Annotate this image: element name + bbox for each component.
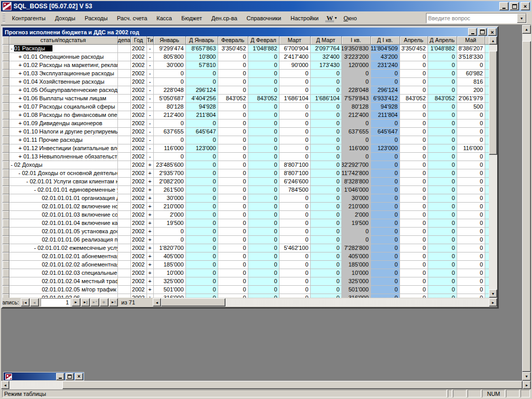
value-cell[interactable]: 212'400 — [341, 111, 370, 119]
value-cell[interactable]: 3'350'452 — [400, 45, 428, 53]
value-cell[interactable]: 19'350'830 — [341, 45, 370, 53]
value-cell[interactable]: 10'000 — [153, 269, 185, 277]
value-cell[interactable]: 94'928 — [185, 103, 218, 111]
value-cell[interactable]: 0 — [400, 53, 428, 61]
value-cell[interactable]: 0 — [457, 286, 485, 294]
value-cell[interactable]: 0 — [185, 153, 218, 161]
menu-item-5[interactable]: Бюджет — [177, 14, 207, 23]
value-cell[interactable]: 0 — [457, 178, 485, 186]
value-cell[interactable]: 0 — [248, 78, 279, 86]
value-cell[interactable]: 0 — [185, 161, 218, 169]
value-cell[interactable]: 0 — [400, 269, 428, 277]
value-cell[interactable]: 0 — [370, 261, 400, 269]
dept-cell[interactable] — [117, 211, 130, 219]
year-cell[interactable]: 2002 — [130, 244, 147, 252]
value-cell[interactable]: 0 — [185, 236, 218, 244]
article-cell[interactable]: + 01.09 Дивиденды акционеров — [9, 119, 117, 128]
column-header-2[interactable]: Год — [130, 36, 147, 45]
value-cell[interactable]: 80'128 — [153, 103, 185, 111]
value-cell[interactable]: 0 — [400, 236, 428, 244]
value-cell[interactable]: 0 — [400, 128, 428, 136]
row-selector[interactable] — [3, 277, 9, 286]
value-cell[interactable]: 0 — [218, 111, 248, 119]
value-cell[interactable]: 0 — [185, 286, 218, 294]
value-cell[interactable]: 0 — [218, 194, 248, 203]
dept-cell[interactable] — [117, 236, 130, 244]
row-selector[interactable] — [3, 45, 9, 53]
value-cell[interactable]: 0 — [370, 194, 400, 203]
value-cell[interactable]: 11'742'800 — [341, 169, 370, 178]
value-cell[interactable]: 0 — [185, 169, 218, 178]
minimized-restore-button[interactable] — [65, 373, 74, 380]
value-cell[interactable]: 0 — [370, 70, 400, 78]
goto-record-button[interactable]: ►! — [109, 298, 118, 307]
value-cell[interactable]: 0 — [185, 178, 218, 186]
article-cell[interactable]: 02.01.01.02.01 абонементная плат — [9, 252, 117, 261]
column-header-9[interactable]: Д Март — [310, 36, 341, 45]
value-cell[interactable]: 0 — [248, 194, 279, 203]
type-cell[interactable]: + — [147, 194, 153, 203]
value-cell[interactable]: 4'404'256 — [185, 95, 218, 103]
value-cell[interactable]: 0 — [310, 136, 341, 144]
value-cell[interactable]: 0 — [248, 219, 279, 228]
value-cell[interactable]: 0 — [185, 136, 218, 144]
value-cell[interactable]: 0 — [310, 111, 341, 119]
value-cell[interactable]: 0 — [310, 244, 341, 252]
value-cell[interactable]: 185'000 — [341, 261, 370, 269]
value-cell[interactable]: 0 — [428, 111, 457, 119]
year-cell[interactable]: 2002 — [130, 119, 147, 128]
menu-item-3[interactable]: Расч. счета — [112, 14, 152, 23]
value-cell[interactable]: 0 — [457, 269, 485, 277]
value-cell[interactable]: 94'928 — [370, 103, 400, 111]
value-cell[interactable]: 211'804 — [370, 111, 400, 119]
value-cell[interactable]: 0 — [185, 261, 218, 269]
type-cell[interactable]: - — [147, 128, 153, 136]
value-cell[interactable]: 0 — [310, 161, 341, 169]
value-cell[interactable]: 0 — [279, 261, 310, 269]
child-close-button[interactable]: × — [488, 28, 497, 36]
scroll-up-arrow[interactable]: ▲ — [489, 36, 497, 45]
value-cell[interactable]: 0 — [400, 136, 428, 144]
year-cell[interactable]: 2002 — [130, 45, 147, 53]
dept-cell[interactable] — [117, 277, 130, 286]
value-cell[interactable]: 0 — [185, 194, 218, 203]
row-selector[interactable] — [3, 228, 9, 236]
scrollbar-thumb[interactable] — [522, 41, 531, 372]
scroll-right-arrow[interactable]: ► — [489, 298, 497, 307]
value-cell[interactable]: 0 — [400, 78, 428, 86]
toolbar-drag-handle[interactable] — [3, 13, 5, 23]
value-cell[interactable]: 0 — [370, 169, 400, 178]
type-cell[interactable]: + — [147, 269, 153, 277]
value-cell[interactable]: 0 — [248, 269, 279, 277]
value-cell[interactable]: 0 — [370, 277, 400, 286]
dept-cell[interactable] — [117, 136, 130, 144]
value-cell[interactable]: 0 — [279, 203, 310, 211]
dept-cell[interactable] — [117, 161, 130, 169]
value-cell[interactable]: 0 — [400, 86, 428, 95]
value-cell[interactable]: 0 — [248, 236, 279, 244]
year-cell[interactable]: 2002 — [130, 111, 147, 119]
value-cell[interactable]: 0 — [185, 252, 218, 261]
row-selector[interactable] — [3, 103, 9, 111]
article-cell[interactable]: + 01.06 Выплаты частным лицам — [9, 95, 117, 103]
article-cell[interactable]: + 01.01 Операционные расходы — [9, 53, 117, 61]
value-cell[interactable]: 0 — [218, 70, 248, 78]
value-cell[interactable]: 0 — [153, 119, 185, 128]
value-cell[interactable]: 0 — [153, 136, 185, 144]
value-cell[interactable]: 3'350'452 — [218, 45, 248, 53]
value-cell[interactable]: 2'061'979 — [457, 95, 485, 103]
value-cell[interactable]: 0 — [457, 169, 485, 178]
value-cell[interactable]: 2'417'400 — [279, 53, 310, 61]
type-cell[interactable]: + — [147, 236, 153, 244]
value-cell[interactable]: 0 — [310, 203, 341, 211]
value-cell[interactable]: 228'048 — [153, 86, 185, 95]
value-cell[interactable]: 0 — [428, 128, 457, 136]
dept-cell[interactable] — [117, 70, 130, 78]
value-cell[interactable]: 0 — [428, 236, 457, 244]
value-cell[interactable]: 8'807'100 — [279, 161, 310, 169]
value-cell[interactable]: 0 — [310, 86, 341, 95]
article-cell[interactable]: - 02.01.01.02 ежемесячные услуги: — [9, 244, 117, 252]
type-cell[interactable]: + — [147, 294, 153, 298]
value-cell[interactable]: 3'223'200 — [341, 53, 370, 61]
value-cell[interactable]: 261'500 — [153, 186, 185, 194]
